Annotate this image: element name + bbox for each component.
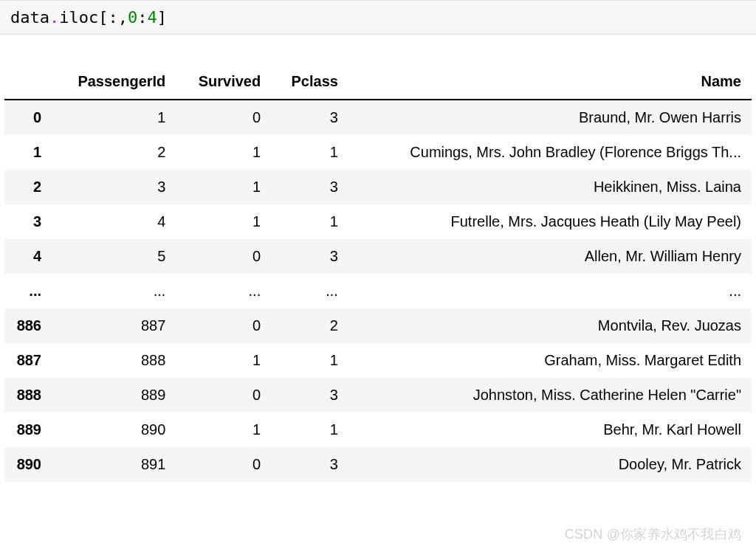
code-input[interactable]: data.iloc[:,0:4] bbox=[0, 0, 756, 35]
cell-name: Cumings, Mrs. John Bradley (Florence Bri… bbox=[348, 135, 752, 170]
ellipsis-row: ... ... ... ... ... bbox=[4, 274, 752, 308]
cell-name: Futrelle, Mrs. Jacques Heath (Lily May P… bbox=[348, 204, 752, 239]
cell-survived: 1 bbox=[176, 343, 271, 378]
header-row: PassengerId Survived Pclass Name bbox=[4, 64, 752, 100]
code-token: 4 bbox=[147, 8, 157, 27]
index-header bbox=[4, 64, 52, 100]
cell-pclass: 3 bbox=[271, 170, 348, 204]
code-token: data bbox=[10, 8, 49, 27]
cell-pclass: ... bbox=[271, 274, 348, 308]
watermark-text: CSDN @你家养水鸡不我白鸡 bbox=[565, 525, 741, 543]
row-index: 4 bbox=[4, 239, 52, 274]
cell-survived: ... bbox=[176, 274, 271, 308]
cell-survived: 0 bbox=[176, 239, 271, 274]
table-row: 4 5 0 3 Allen, Mr. William Henry bbox=[4, 239, 752, 274]
row-index: ... bbox=[4, 274, 52, 308]
code-token: : bbox=[108, 8, 117, 27]
table-row: 2 3 1 3 Heikkinen, Miss. Laina bbox=[4, 170, 752, 204]
cell-pclass: 3 bbox=[271, 378, 348, 412]
col-header-survived: Survived bbox=[176, 64, 271, 100]
row-index: 3 bbox=[4, 204, 52, 239]
cell-pclass: 3 bbox=[271, 100, 348, 135]
row-index: 0 bbox=[4, 100, 52, 135]
cell-pclass: 1 bbox=[271, 343, 348, 378]
output-area: PassengerId Survived Pclass Name 0 1 0 3… bbox=[0, 35, 756, 482]
cell-passengerid: 888 bbox=[52, 343, 176, 378]
cell-passengerid: 890 bbox=[52, 412, 176, 447]
cell-name: Graham, Miss. Margaret Edith bbox=[348, 343, 752, 378]
table-row: 889 890 1 1 Behr, Mr. Karl Howell bbox=[4, 412, 752, 447]
cell-name: Behr, Mr. Karl Howell bbox=[348, 412, 752, 447]
cell-name: Braund, Mr. Owen Harris bbox=[348, 100, 752, 135]
code-token: , bbox=[118, 8, 128, 27]
cell-passengerid: ... bbox=[52, 274, 176, 308]
cell-name: Johnston, Miss. Catherine Helen "Carrie" bbox=[348, 378, 752, 412]
dataframe-table: PassengerId Survived Pclass Name 0 1 0 3… bbox=[4, 64, 752, 482]
code-token: ] bbox=[157, 8, 167, 27]
cell-survived: 1 bbox=[176, 412, 271, 447]
cell-survived: 1 bbox=[176, 204, 271, 239]
cell-survived: 1 bbox=[176, 135, 271, 170]
cell-passengerid: 2 bbox=[52, 135, 176, 170]
table-row: 1 2 1 1 Cumings, Mrs. John Bradley (Flor… bbox=[4, 135, 752, 170]
cell-name: Dooley, Mr. Patrick bbox=[348, 447, 752, 482]
col-header-passengerid: PassengerId bbox=[52, 64, 176, 100]
cell-pclass: 1 bbox=[271, 412, 348, 447]
row-index: 888 bbox=[4, 378, 52, 412]
cell-pclass: 1 bbox=[271, 204, 348, 239]
cell-pclass: 3 bbox=[271, 239, 348, 274]
row-index: 2 bbox=[4, 170, 52, 204]
row-index: 1 bbox=[4, 135, 52, 170]
row-index: 887 bbox=[4, 343, 52, 378]
cell-pclass: 3 bbox=[271, 447, 348, 482]
row-index: 890 bbox=[4, 447, 52, 482]
notebook-cell: data.iloc[:,0:4] PassengerId Survived Pc… bbox=[0, 0, 756, 497]
cell-pclass: 2 bbox=[271, 308, 348, 343]
table-row: 0 1 0 3 Braund, Mr. Owen Harris bbox=[4, 100, 752, 135]
col-header-name: Name bbox=[348, 64, 752, 100]
code-token: : bbox=[137, 8, 147, 27]
table-row: 888 889 0 3 Johnston, Miss. Catherine He… bbox=[4, 378, 752, 412]
row-index: 886 bbox=[4, 308, 52, 343]
cell-passengerid: 887 bbox=[52, 308, 176, 343]
code-token: . bbox=[49, 8, 59, 27]
cell-passengerid: 891 bbox=[52, 447, 176, 482]
code-token: [ bbox=[98, 8, 108, 27]
table-row: 887 888 1 1 Graham, Miss. Margaret Edith bbox=[4, 343, 752, 378]
cell-passengerid: 4 bbox=[52, 204, 176, 239]
cell-passengerid: 3 bbox=[52, 170, 176, 204]
row-index: 889 bbox=[4, 412, 52, 447]
code-token: 0 bbox=[128, 8, 137, 27]
code-token: iloc bbox=[59, 8, 98, 27]
cell-name: Heikkinen, Miss. Laina bbox=[348, 170, 752, 204]
table-row: 890 891 0 3 Dooley, Mr. Patrick bbox=[4, 447, 752, 482]
cell-passengerid: 5 bbox=[52, 239, 176, 274]
cell-passengerid: 889 bbox=[52, 378, 176, 412]
cell-name: ... bbox=[348, 274, 752, 308]
cell-survived: 1 bbox=[176, 170, 271, 204]
cell-survived: 0 bbox=[176, 447, 271, 482]
cell-name: Allen, Mr. William Henry bbox=[348, 239, 752, 274]
table-row: 886 887 0 2 Montvila, Rev. Juozas bbox=[4, 308, 752, 343]
cell-pclass: 1 bbox=[271, 135, 348, 170]
cell-survived: 0 bbox=[176, 308, 271, 343]
cell-passengerid: 1 bbox=[52, 100, 176, 135]
col-header-pclass: Pclass bbox=[271, 64, 348, 100]
cell-survived: 0 bbox=[176, 100, 271, 135]
cell-name: Montvila, Rev. Juozas bbox=[348, 308, 752, 343]
cell-survived: 0 bbox=[176, 378, 271, 412]
table-row: 3 4 1 1 Futrelle, Mrs. Jacques Heath (Li… bbox=[4, 204, 752, 239]
